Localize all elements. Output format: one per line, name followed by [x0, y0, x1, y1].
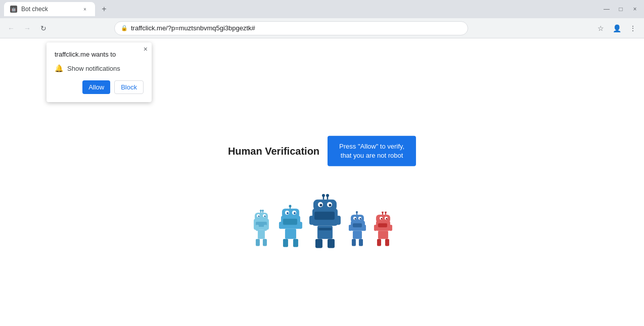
- svg-rect-64: [377, 239, 381, 246]
- robot-1: [249, 209, 275, 249]
- svg-point-26: [287, 212, 289, 214]
- svg-point-76: [385, 212, 387, 213]
- svg-point-10: [258, 215, 260, 217]
- block-button[interactable]: Block: [114, 80, 144, 94]
- verification-row: Human Verification Press "Allow" to veri…: [228, 135, 416, 166]
- browser-window: 🤖 Bot check × + — □ × ← → ↻ 🔒 traffclick…: [0, 0, 644, 326]
- svg-point-15: [262, 210, 264, 212]
- svg-rect-68: [376, 215, 390, 223]
- popup-title: traffclick.me wants to: [55, 51, 144, 58]
- svg-point-27: [294, 212, 296, 214]
- url-bar[interactable]: 🔒 traffclick.me/?p=muztsnbvmq5gi3bpgeztk…: [114, 21, 468, 35]
- svg-rect-6: [264, 225, 267, 231]
- title-bar: 🤖 Bot check × + — □ ×: [0, 0, 644, 18]
- toolbar-icons: ☆ 👤 ⋮: [593, 21, 640, 35]
- svg-rect-33: [315, 239, 323, 248]
- svg-rect-5: [256, 225, 259, 231]
- popup-permission: 🔔 Show notifications: [55, 64, 144, 72]
- svg-rect-34: [328, 239, 335, 248]
- svg-rect-36: [336, 216, 341, 225]
- minimize-button[interactable]: —: [602, 6, 612, 13]
- verify-button[interactable]: Press "Allow" to verify, that you are no…: [328, 135, 416, 166]
- url-text: traffclick.me/?p=muztsnbvmq5gi3bpgeztk#: [131, 24, 462, 32]
- menu-icon[interactable]: ⋮: [626, 21, 640, 35]
- verification-area: Human Verification Press "Allow" to veri…: [228, 135, 416, 249]
- svg-point-71: [381, 218, 383, 219]
- svg-point-74: [382, 212, 384, 213]
- profile-icon[interactable]: 👤: [610, 21, 624, 35]
- svg-rect-52: [349, 225, 352, 231]
- new-tab-button[interactable]: +: [97, 2, 111, 16]
- lock-icon: 🔒: [121, 25, 128, 31]
- svg-rect-17: [283, 219, 297, 225]
- svg-rect-62: [378, 223, 387, 227]
- svg-rect-49: [353, 231, 362, 239]
- robot-3: [307, 194, 344, 249]
- refresh-button[interactable]: ↻: [36, 21, 51, 35]
- svg-rect-2: [258, 230, 265, 239]
- svg-point-58: [360, 218, 361, 219]
- svg-rect-21: [279, 222, 283, 229]
- svg-rect-66: [374, 225, 377, 231]
- tab-favicon: 🤖: [10, 6, 17, 13]
- svg-rect-51: [359, 239, 363, 246]
- svg-point-60: [356, 211, 358, 213]
- svg-point-40: [320, 204, 323, 206]
- svg-rect-18: [285, 229, 296, 239]
- svg-rect-54: [351, 215, 364, 223]
- svg-rect-50: [352, 239, 356, 246]
- svg-rect-4: [263, 239, 267, 246]
- active-tab[interactable]: 🤖 Bot check ×: [4, 2, 95, 16]
- svg-point-43: [322, 194, 325, 197]
- forward-button[interactable]: →: [20, 21, 34, 35]
- close-window-button[interactable]: ×: [630, 6, 640, 13]
- popup-close-button[interactable]: ×: [144, 45, 148, 53]
- verification-title: Human Verification: [228, 145, 319, 158]
- allow-button[interactable]: Allow: [82, 80, 110, 94]
- svg-rect-53: [363, 225, 366, 231]
- svg-point-41: [329, 204, 332, 206]
- svg-rect-35: [309, 216, 314, 225]
- robots-illustration: [249, 194, 395, 249]
- svg-point-72: [386, 218, 388, 219]
- svg-rect-7: [255, 213, 268, 221]
- svg-point-29: [289, 205, 292, 207]
- tab-close-button[interactable]: ×: [81, 5, 89, 13]
- window-controls: — □ ×: [602, 6, 640, 13]
- robot-4: [346, 211, 370, 249]
- svg-rect-23: [282, 209, 299, 218]
- address-bar: ← → ↻ 🔒 traffclick.me/?p=muztsnbvmq5gi3b…: [0, 18, 644, 38]
- svg-point-13: [260, 210, 262, 212]
- popup-buttons: Allow Block: [55, 80, 144, 94]
- permission-text: Show notifications: [67, 65, 120, 72]
- robot-5: [372, 212, 395, 249]
- svg-rect-3: [256, 239, 260, 246]
- tab-title: Bot check: [21, 6, 77, 13]
- svg-rect-37: [313, 200, 337, 211]
- svg-rect-31: [314, 212, 335, 220]
- robot-2: [277, 205, 305, 249]
- notification-popup: × traffclick.me wants to 🔔 Show notifica…: [47, 42, 152, 102]
- svg-point-45: [326, 194, 329, 197]
- page-content: × traffclick.me wants to 🔔 Show notifica…: [0, 38, 644, 326]
- back-button[interactable]: ←: [4, 21, 18, 35]
- bookmark-icon[interactable]: ☆: [593, 21, 608, 35]
- svg-point-57: [355, 218, 356, 219]
- svg-rect-65: [385, 239, 389, 246]
- svg-rect-32: [317, 226, 333, 239]
- svg-rect-63: [378, 231, 388, 239]
- svg-rect-67: [389, 225, 392, 231]
- maximize-button[interactable]: □: [616, 6, 626, 13]
- svg-rect-20: [293, 239, 298, 247]
- bell-icon: 🔔: [55, 64, 63, 72]
- svg-rect-22: [298, 222, 302, 229]
- svg-rect-19: [283, 239, 288, 247]
- svg-point-11: [264, 215, 266, 217]
- svg-rect-48: [353, 223, 362, 227]
- svg-rect-46: [318, 228, 332, 230]
